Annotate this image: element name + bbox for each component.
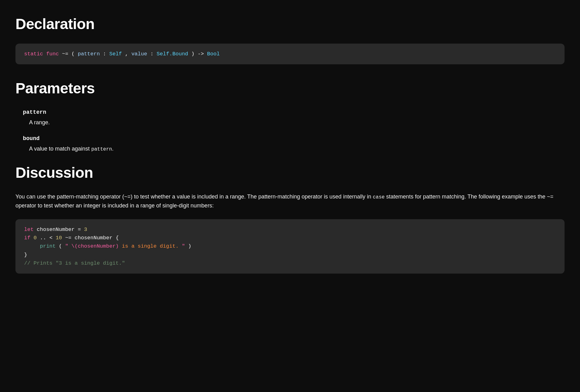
- param-item-pattern: pattern A range.: [15, 108, 565, 127]
- param-label-bound: bound: [23, 134, 565, 143]
- var-chosen-2: chosenNumber: [75, 235, 116, 241]
- colon2: :: [150, 51, 156, 57]
- comment-line: // Prints "3 is a single digit.": [24, 260, 125, 266]
- param-desc-pattern: A range.: [23, 118, 565, 127]
- operator-tilde-eq: ~=: [62, 51, 68, 57]
- colon1: :: [103, 51, 109, 57]
- func-print: print: [40, 243, 56, 249]
- code-line-4: }: [24, 251, 556, 259]
- comma: ,: [125, 51, 131, 57]
- paren-close-print: ): [188, 243, 191, 249]
- string-content: is a single digit.: [122, 243, 179, 249]
- op-tilde-eq-2: ~=: [65, 235, 71, 241]
- kw-let: let: [24, 227, 34, 232]
- code-line-3: print ( " \(chosenNumber) is a single di…: [24, 242, 556, 250]
- param-code-pattern: pattern: [91, 147, 112, 152]
- discussion-section: Discussion You can use the pattern-match…: [15, 161, 565, 274]
- kw-if: if: [24, 235, 30, 241]
- range-op: ..: [40, 235, 46, 241]
- param2-name: value: [131, 51, 147, 57]
- param1-name: pattern: [78, 51, 100, 57]
- param-desc-bound: A value to match against pattern.: [23, 144, 565, 154]
- close-brace: }: [24, 252, 27, 258]
- string-open: ": [65, 243, 68, 249]
- declaration-code-block: static func ~= ( pattern : Self , value …: [15, 44, 565, 64]
- param2-type: Self.Bound: [157, 51, 188, 57]
- code-line-1: let chosenNumber = 3: [24, 225, 556, 234]
- return-type: Bool: [207, 51, 220, 57]
- indent: [24, 243, 37, 249]
- code-line-5: // Prints "3 is a single digit.": [24, 259, 556, 267]
- parameters-title: Parameters: [15, 77, 565, 100]
- parameters-section: Parameters pattern A range. bound A valu…: [15, 77, 565, 154]
- arrow: ->: [198, 51, 204, 57]
- range-end: 10: [56, 235, 62, 241]
- number-3: 3: [84, 227, 87, 232]
- declaration-section: Declaration static func ~= ( pattern : S…: [15, 12, 565, 64]
- param-item-bound: bound A value to match against pattern.: [15, 134, 565, 153]
- string-close-quote: ": [182, 243, 185, 249]
- string-interp-open: \(chosenNumber): [71, 243, 119, 249]
- range-start: 0: [34, 235, 37, 241]
- paren-open-print: (: [59, 243, 62, 249]
- paren-close: ): [191, 51, 198, 57]
- range-lt: <: [49, 235, 53, 241]
- code-case: case: [373, 194, 385, 200]
- discussion-title: Discussion: [15, 161, 565, 185]
- declaration-title: Declaration: [15, 12, 565, 36]
- code-line-2: if 0 .. < 10 ~= chosenNumber {: [24, 234, 556, 242]
- var-chosen-number: chosenNumber: [37, 227, 78, 232]
- paren-open: (: [71, 51, 75, 57]
- equals-sign: =: [78, 227, 84, 232]
- open-brace: {: [116, 235, 119, 241]
- param-label-pattern: pattern: [23, 108, 565, 117]
- keyword-static: static: [24, 51, 43, 57]
- param1-type: Self: [109, 51, 122, 57]
- discussion-code-block: let chosenNumber = 3 if 0 .. < 10 ~= cho…: [15, 219, 565, 274]
- discussion-paragraph: You can use the pattern-matching operato…: [15, 192, 565, 211]
- keyword-func: func: [46, 51, 59, 57]
